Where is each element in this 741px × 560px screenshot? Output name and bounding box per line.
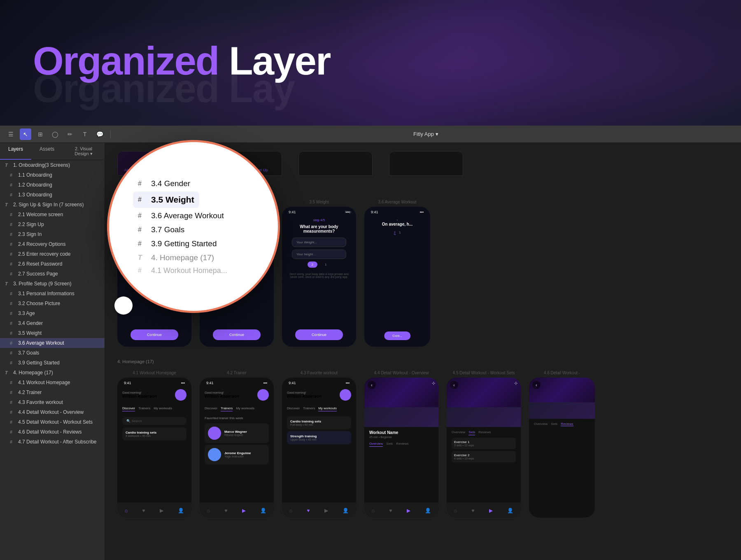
sidebar-item-27[interactable]: #4.6 Detail Workout - Reviews [0, 427, 105, 437]
sidebar-item-14[interactable]: #3.2 Choose Picture [0, 299, 105, 308]
sidebar-item-15[interactable]: #3.3 Age [0, 308, 105, 318]
sets-home-icon[interactable]: ⌂ [454, 508, 457, 513]
fav-card-1[interactable]: Cardio training sets Full body • 60 min [287, 416, 351, 429]
continue-button-gender[interactable]: Continue [213, 329, 261, 340]
reviews-tab-sets[interactable]: Sets [551, 422, 557, 426]
detail-tab-overview[interactable]: Overview [369, 442, 383, 447]
sidebar-item-23[interactable]: #4.2 Trainer [0, 387, 105, 397]
sidebar-item-9[interactable]: #2.5 Enter recovery code [0, 249, 105, 259]
sidebar-item-25[interactable]: #4.4 Detail Workout - Overview [0, 407, 105, 417]
sidebar-item-17[interactable]: #3.5 Weight [0, 328, 105, 338]
detail-heart-icon[interactable]: ♥ [389, 508, 392, 513]
sidebar-item-12[interactable]: T3. Profile Setup (9 Screen) [0, 279, 105, 289]
unit-tab-1[interactable]: 2 [308, 261, 317, 268]
search-bar[interactable]: 🔍 Search [122, 417, 186, 425]
sidebar-item-22[interactable]: #4.1 Workout Homepage [0, 378, 105, 387]
fav-home-icon[interactable]: ⌂ [289, 508, 292, 513]
reviews-tab-reviews[interactable]: Reviews [561, 422, 573, 426]
trainer-card-2[interactable]: Jerome Enguime Yoga Instructor [205, 445, 269, 464]
sidebar-item-8[interactable]: #2.4 Recovery Options [0, 239, 105, 249]
sidebar-item-16[interactable]: #3.4 Gender [0, 318, 105, 328]
sidebar-item-3[interactable]: #1.3 Onboarding [0, 190, 105, 200]
play-nav-icon[interactable]: ▶ [160, 508, 163, 513]
sidebar-item-24[interactable]: #4.3 Favorite workout [0, 397, 105, 407]
sidebar-item-0[interactable]: T1. Onboarding(3 Screens) [0, 160, 105, 170]
fav-heart-icon[interactable]: ♥ [307, 508, 310, 513]
nav-workouts[interactable]: My workouts [154, 406, 172, 411]
user-avatar[interactable] [175, 389, 186, 401]
set-item-2[interactable]: Exercise 2 4 sets • 10 reps [452, 451, 516, 462]
sidebar-item-11[interactable]: #2.7 Success Page [0, 269, 105, 279]
skip-button-body[interactable]: Skip [345, 210, 351, 214]
sets-share-button[interactable]: ⊹ [514, 381, 517, 385]
user-nav-icon[interactable]: 👤 [178, 508, 184, 513]
zoom-item-avg[interactable]: # 3.6 Average Workout [138, 209, 224, 223]
back-button[interactable]: ‹ [368, 381, 376, 389]
detail-tab-sets[interactable]: Sets [386, 442, 393, 447]
tnav-workouts[interactable]: My workouts [236, 406, 254, 411]
pen-icon[interactable]: ✏ [64, 128, 76, 140]
trainer-card-1[interactable]: Marco Wagner Fitness Expert [205, 423, 269, 443]
detail-tab-reviews[interactable]: Reviews [396, 442, 408, 447]
t-home-icon[interactable]: ⌂ [207, 508, 210, 513]
sets-play-icon[interactable]: ▶ [489, 508, 493, 513]
tab-layers[interactable]: Layers [0, 143, 31, 160]
sidebar-item-1[interactable]: #1.1 Onboarding [0, 170, 105, 180]
fnav-workouts[interactable]: My workouts [318, 406, 337, 411]
weight-input[interactable]: Your Weight... [292, 238, 346, 247]
fav-avatar[interactable] [340, 389, 351, 401]
fav-card-2[interactable]: Strength training Upper body • 45 min [287, 431, 351, 444]
sidebar-item-21[interactable]: T4. Homepage (17) [0, 368, 105, 378]
fnav-trainers[interactable]: Trainers [303, 406, 315, 411]
fnav-discover[interactable]: Discover [287, 406, 300, 411]
trainer-avatar[interactable] [257, 389, 269, 401]
reviews-tab-overview[interactable]: Overview [534, 422, 548, 426]
sidebar-item-28[interactable]: #4.7 Detail Workout - After Subscribe [0, 437, 105, 447]
zoom-item-gender[interactable]: # 3.4 Gender [138, 177, 190, 191]
menu-icon[interactable]: ☰ [5, 128, 16, 140]
continue-button-avg[interactable]: Cont... [384, 331, 410, 340]
continue-button-body[interactable]: Continue [295, 329, 343, 340]
comment-icon[interactable]: 💬 [94, 128, 105, 140]
shape-icon[interactable]: ◯ [49, 128, 61, 140]
text-icon[interactable]: T [79, 128, 91, 140]
tab-assets[interactable]: Assets [31, 143, 63, 160]
continue-button-birthday[interactable]: Continue [130, 329, 178, 340]
sidebar-item-5[interactable]: #2.1 Welcome screen [0, 210, 105, 219]
sets-tab-reviews[interactable]: Reviews [478, 430, 491, 435]
zoom-item-getting-started[interactable]: # 3.9 Getting Started [138, 237, 217, 251]
sets-back-button[interactable]: ‹ [450, 381, 458, 389]
sidebar-item-6[interactable]: #2.2 Sign Up [0, 219, 105, 229]
sidebar-item-4[interactable]: T2. Sign Up & Sign In (7 screens) [0, 200, 105, 210]
detail-home-icon[interactable]: ⌂ [372, 508, 375, 513]
cursor-icon[interactable]: ↖ [20, 128, 31, 140]
t-heart-icon[interactable]: ♥ [224, 508, 227, 513]
fav-play-icon[interactable]: ▶ [324, 508, 328, 513]
sidebar-item-2[interactable]: #1.2 Onboarding [0, 180, 105, 190]
sidebar-item-19[interactable]: #3.7 Goals [0, 348, 105, 358]
frame-icon[interactable]: ⊞ [35, 128, 46, 140]
fav-user-icon[interactable]: 👤 [343, 508, 349, 513]
height-input[interactable]: Your height... [292, 250, 346, 259]
zoom-item-weight-highlighted[interactable]: # 3.5 Weight [133, 191, 199, 208]
unit-tab-2[interactable]: 1 [321, 261, 331, 268]
sets-heart-icon[interactable]: ♥ [471, 508, 474, 513]
workout-card[interactable]: Cardio training sets 4 workouts • 45 min [122, 427, 186, 441]
nav-discover[interactable]: Discover [122, 406, 135, 411]
sidebar-item-13[interactable]: #3.1 Personal Informations [0, 289, 105, 299]
tnav-discover[interactable]: Discover [205, 406, 217, 411]
set-item-1[interactable]: Exercise 1 3 sets • 12 reps [452, 438, 516, 449]
reviews-back-button[interactable]: ‹ [532, 381, 541, 389]
sets-tab-overview[interactable]: Overview [452, 430, 465, 435]
tab-visual-design[interactable]: 2. Visual Design ▾ [63, 143, 105, 160]
sidebar-item-26[interactable]: #4.5 Detail Workout - Workout Sets [0, 417, 105, 427]
sets-tab-sets[interactable]: Sets [468, 430, 475, 435]
zoom-item-goals[interactable]: # 3.7 Goals [138, 223, 184, 237]
sets-user-icon[interactable]: 👤 [507, 508, 513, 513]
sidebar-item-7[interactable]: #2.3 Sign In [0, 229, 105, 239]
tnav-trainers[interactable]: Trainers [221, 406, 233, 411]
sidebar-item-10[interactable]: #2.6 Reset Password [0, 259, 105, 269]
nav-trainers[interactable]: Trainers [138, 406, 150, 411]
sidebar-item-18[interactable]: #3.6 Average Workout [0, 338, 105, 348]
zoom-item-homepage[interactable]: T 4. Homepage (17) [138, 251, 214, 265]
